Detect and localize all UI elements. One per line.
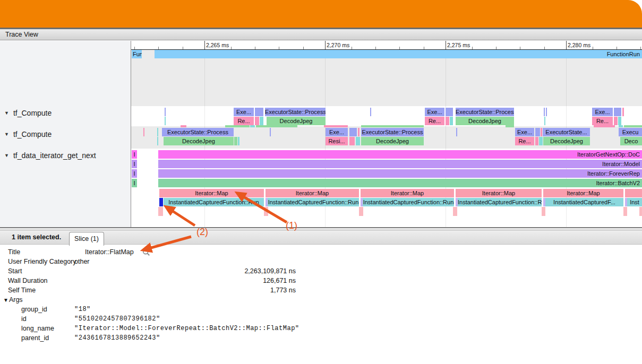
trace-bar[interactable] [544,108,545,116]
trace-bar[interactable] [625,189,642,197]
trace-bar[interactable] [639,207,642,216]
expand-triangle-icon[interactable]: ▼ [3,297,8,303]
trace-bar[interactable]: Re... [234,117,254,125]
trace-bar[interactable]: DecodeJpeg [456,117,514,125]
trace-bar[interactable] [539,137,543,145]
trace-bar[interactable] [349,128,357,136]
trace-bar[interactable]: InstantiatedCapturedFunction::Run [363,198,454,206]
trace-bar[interactable] [324,125,348,127]
trace-bar[interactable] [158,207,163,216]
trace-bar[interactable] [623,207,627,216]
trace-bar[interactable] [619,125,623,127]
trace-bar[interactable]: I [132,160,137,168]
trace-bar[interactable]: Exe... [592,108,613,116]
trace-bar[interactable]: Execu [619,128,642,136]
trace-bar[interactable]: Re... [425,117,444,125]
trace-bar[interactable]: I [132,169,137,178]
trace-bar[interactable]: Exe... [326,128,348,136]
trace-bar[interactable]: Exe... [234,108,254,116]
trace-bar[interactable]: Iterator::Map [456,189,542,197]
trace-bar[interactable]: Exe... [515,128,534,136]
trace-bar[interactable]: DecodeJpeg [267,117,326,125]
trace-bar[interactable]: Iterator::Map [159,189,264,197]
trace-bar[interactable]: Resi... [326,137,348,145]
trace-bar[interactable] [446,108,453,116]
trace-bar[interactable] [544,117,545,125]
trace-bar[interactable] [535,137,538,145]
trace-bar[interactable] [453,207,457,216]
trace-bar[interactable] [506,125,514,127]
trace-bar[interactable] [260,117,263,125]
trace-bar[interactable] [238,137,239,145]
trace-bar[interactable]: Iterator::Map [266,189,359,197]
trace-bar[interactable]: I [132,150,137,159]
sidebar-item-tf-data-iterator-get-next[interactable]: ▼tf_data_iterator_get_next [4,151,96,160]
collapse-triangle-icon[interactable]: ▼ [4,132,9,137]
trace-bar[interactable]: InstantiatedCapturedF... [545,198,623,206]
trace-bar[interactable] [541,128,542,136]
trace-bar[interactable] [446,117,449,125]
trace-bar[interactable] [157,137,158,145]
collapse-triangle-icon[interactable]: ▼ [4,110,9,116]
sidebar-item-tf-compute-2[interactable]: ▼tf_Compute [4,130,52,138]
trace-bar[interactable] [270,128,271,136]
trace-bar[interactable] [624,125,642,127]
trace-bar[interactable]: Re... [515,137,534,145]
trace-bar[interactable] [255,117,259,125]
trace-bar[interactable] [542,207,545,216]
trace-bar[interactable]: ExecutorState::Process [265,108,326,116]
args-section-header[interactable]: ▼Args [0,295,642,305]
trace-bar[interactable] [250,125,255,127]
trace-bar[interactable] [358,128,359,136]
trace-bar[interactable]: InstantiatedCapturedFunction::Run [164,198,264,206]
trace-bar[interactable] [546,108,547,116]
trace-bar[interactable] [255,108,263,116]
trace-bar[interactable]: FunctionRun [155,50,642,58]
trace-bar[interactable]: ExecutorState::Process [456,108,514,116]
trace-bar[interactable]: ExecutorState... [543,128,590,136]
trace-bar[interactable] [535,128,540,136]
trace-bar[interactable] [622,108,624,116]
trace-bar[interactable] [157,128,158,136]
trace-bar[interactable] [614,117,618,125]
trace-bar[interactable]: Iterator::Map [543,189,623,197]
trace-bar[interactable] [165,108,166,116]
trace-bar[interactable]: Inst [627,198,642,206]
trace-bar[interactable]: InstantiatedCapturedFunction::Run [458,198,542,206]
trace-bar[interactable] [356,137,360,145]
trace-bar[interactable]: Iterator::Model [158,160,642,168]
trace-bar[interactable]: Exe... [425,108,444,116]
trace-bar[interactable]: ExecutorState::Process [162,128,234,136]
selected-slice[interactable] [159,198,163,206]
trace-bar[interactable]: DecodeJpeg [543,137,590,145]
trace-bar[interactable]: I [132,179,137,187]
trace-bar[interactable] [450,117,453,125]
trace-bar[interactable] [234,137,237,145]
trace-bar[interactable]: Iterator::ForeverRep [158,169,642,178]
trace-bar[interactable]: InstantiatedCapturedFunction::Run [268,198,359,206]
trace-bar[interactable] [143,128,144,136]
trace-bar[interactable] [361,125,424,127]
trace-bar[interactable] [165,117,166,125]
trace-bar[interactable]: IteratorGetNextOp::DoC [158,150,642,159]
trace-bar[interactable] [349,137,355,145]
trace-bar[interactable] [225,125,250,127]
trace-bar[interactable] [370,108,371,116]
trace-bar[interactable]: Deco [620,137,642,145]
trace-bar[interactable]: DecodeJpeg [361,137,424,145]
trace-bar[interactable]: Fun [132,50,142,58]
trace-bar[interactable] [456,128,457,136]
collapse-triangle-icon[interactable]: ▼ [4,153,9,158]
trace-bar[interactable] [618,117,621,125]
trace-bar[interactable]: Iterator::Map [361,189,454,197]
trace-bar[interactable] [264,207,268,216]
trace-bar[interactable] [614,108,621,116]
trace-bar[interactable] [359,207,363,216]
trace-bar[interactable]: ExecutorState::Process [361,128,424,136]
tab-slice[interactable]: Slice (1) [69,232,104,246]
trace-bar[interactable] [256,125,297,127]
trace-bar[interactable] [594,125,615,127]
sidebar-item-tf-compute-1[interactable]: ▼tf_Compute [4,109,52,117]
trace-bar[interactable]: Re... [592,117,613,125]
trace-bar[interactable] [181,125,186,127]
